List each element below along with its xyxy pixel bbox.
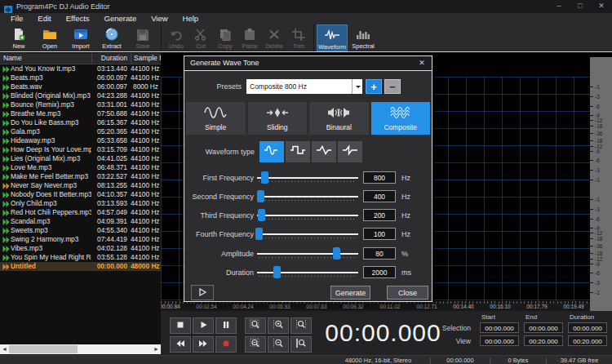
playlist-row[interactable]: Hideaway.mp3 05:33.658 44100 Hz: [0, 136, 161, 145]
playlist-horizontal-scrollbar[interactable]: ◄ ►: [0, 344, 161, 354]
playlist-row[interactable]: Red Hot Chili Peppers.mp3 04:57.049 4410…: [0, 208, 161, 217]
playlist-row[interactable]: Do You Like Bass.mp3 06:15.367 44100 Hz: [0, 118, 161, 127]
playlist-row[interactable]: Gala.mp3 05:20.365 44100 Hz: [0, 127, 161, 136]
minimize-button[interactable]: –: [548, 0, 570, 13]
third-frequency-slider[interactable]: [257, 206, 358, 224]
second-frequency-slider-handle[interactable]: [257, 190, 264, 202]
toolbar-extract-button[interactable]: Extract: [96, 24, 127, 51]
zoom-out-selection-button[interactable]: [290, 317, 312, 334]
close-button[interactable]: ✕: [591, 0, 612, 13]
amplitude-value-field[interactable]: 80: [363, 247, 396, 260]
third-frequency-value-field[interactable]: 200: [363, 209, 396, 221]
close-dialog-button[interactable]: Close: [387, 286, 428, 300]
tab-composite[interactable]: Composite: [371, 102, 431, 135]
remove-preset-button[interactable]: −: [384, 79, 401, 94]
maximize-button[interactable]: □: [570, 0, 591, 13]
tab-sliding[interactable]: Sliding: [248, 102, 308, 135]
toolbar-new-button[interactable]: New: [3, 24, 34, 51]
playlist-row[interactable]: Love Me.mp3 06:48.371 44100 Hz: [0, 163, 161, 172]
fast-forward-button[interactable]: [193, 336, 214, 353]
fourth-frequency-slider-handle[interactable]: [255, 228, 263, 240]
playlist-row[interactable]: Swing 2 Harmony.mp3 07:44.419 44100 Hz: [0, 235, 161, 244]
scroll-right-icon[interactable]: ►: [152, 344, 161, 354]
playlist-row[interactable]: Scandal.mp3 04:09.391 44100 Hz: [0, 217, 161, 226]
playlist-row[interactable]: And You Know It.mp3 03:13.440 44100 Hz: [0, 64, 161, 73]
playlist-row[interactable]: Only Child.mp3 03:13.593 44100 Hz: [0, 199, 161, 208]
playlist-row[interactable]: Untitled 00:00.000 48000 Hz: [0, 262, 161, 271]
playlist-row[interactable]: Never Say Never.mp3 08:13.255 44100 Hz: [0, 181, 161, 190]
play-button[interactable]: [193, 317, 214, 334]
selection-start-field[interactable]: 00:00.000: [480, 322, 519, 333]
stop-button[interactable]: [170, 317, 191, 334]
column-header-sample-rate[interactable]: Sample Rate: [131, 53, 161, 64]
playlist-row[interactable]: Lies (Original Mix).mp3 04:41.025 44100 …: [0, 154, 161, 163]
selection-duration-field[interactable]: 00:00.000: [568, 322, 607, 333]
playlist-row[interactable]: Breathe Me.mp3 07:50.688 44100 Hz: [0, 109, 161, 118]
playlist-row[interactable]: Make Me Feel Better.mp3 03:22.527 44100 …: [0, 172, 161, 181]
third-frequency-slider-handle[interactable]: [258, 209, 265, 221]
rewind-button[interactable]: [170, 336, 191, 353]
scroll-left-icon[interactable]: ◄: [0, 344, 9, 354]
toolbar-import-button[interactable]: Import: [65, 24, 96, 51]
duration-value-field[interactable]: 2000: [363, 266, 396, 278]
zoom-out-button[interactable]: [268, 336, 289, 353]
waveform-type-triangle-button[interactable]: [312, 141, 336, 162]
toolbar-open-button[interactable]: Open: [34, 24, 65, 51]
amplitude-slider-handle[interactable]: [333, 247, 340, 260]
add-preset-button[interactable]: +: [366, 79, 382, 94]
record-button[interactable]: [215, 336, 237, 353]
first-frequency-slider[interactable]: [257, 169, 358, 187]
view-start-field[interactable]: 00:00.000: [480, 335, 519, 346]
second-frequency-value-field[interactable]: 400: [363, 190, 396, 202]
column-header-name[interactable]: Name: [0, 53, 91, 64]
menu-edit[interactable]: Edit: [30, 13, 58, 24]
first-frequency-value-field[interactable]: 800: [363, 171, 396, 184]
waveform-type-square-button[interactable]: [286, 141, 310, 162]
playlist-row[interactable]: Blinded (Original Mix).mp3 04:23.288 441…: [0, 91, 161, 100]
selection-end-field[interactable]: 00:00.000: [524, 322, 563, 333]
menu-view[interactable]: View: [144, 13, 175, 24]
view-duration-field[interactable]: 00:20.000: [568, 335, 607, 346]
generate-button[interactable]: Generate: [330, 286, 370, 300]
view-end-field[interactable]: 00:20.000: [524, 335, 563, 346]
second-frequency-slider[interactable]: [257, 188, 358, 206]
toolbar-waveform-button[interactable]: Waveform: [317, 24, 348, 51]
waveform-type-sine-button[interactable]: [259, 141, 284, 162]
scrollbar-thumb[interactable]: [9, 345, 78, 353]
preset-select[interactable]: Composite 800 Hz: [246, 79, 362, 94]
playlist-row[interactable]: Sweets.mp3 04:55.340 44100 Hz: [0, 226, 161, 235]
preview-play-button[interactable]: [191, 285, 214, 300]
menu-generate[interactable]: Generate: [97, 13, 144, 24]
waveform-type-sawtooth-button[interactable]: [338, 141, 362, 162]
column-header-duration[interactable]: Duration: [91, 53, 131, 64]
playlist-row[interactable]: How Deep Is Your Love.mp3 03:15.709 4410…: [0, 145, 161, 154]
playlist-row[interactable]: Nobody Does It Better.mp3 04:10.357 4410…: [0, 190, 161, 199]
tab-simple[interactable]: Simple: [186, 102, 246, 135]
dropdown-arrow-icon[interactable]: [352, 79, 362, 94]
zoom-vertical-button[interactable]: [290, 336, 312, 353]
playlist-row[interactable]: You Spin My Head Right Round... 03:55.12…: [0, 253, 161, 262]
menu-help[interactable]: Help: [175, 13, 206, 24]
time-ruler[interactable]: 00:00.8400:02.5400:04.2400:05.9300:07.63…: [161, 301, 590, 311]
zoom-selection-button[interactable]: [245, 317, 266, 334]
zoom-in-button[interactable]: [268, 317, 289, 334]
playlist-row[interactable]: Bounce (Remix).mp3 03:31.001 44100 Hz: [0, 100, 161, 109]
playlist-row[interactable]: Beats.wav 06:00.097 8000 Hz: [0, 82, 161, 91]
tab-binaural[interactable]: Binaural: [309, 102, 369, 135]
first-frequency-slider-handle[interactable]: [261, 171, 268, 184]
playlist-row[interactable]: Vibes.mp3 04:02.128 44100 Hz: [0, 244, 161, 253]
ruler-time-label: 00:11.02: [380, 304, 401, 309]
menu-file[interactable]: File: [3, 13, 30, 24]
status-item: 00:00.000: [432, 356, 488, 364]
amplitude-slider[interactable]: [257, 245, 358, 263]
pause-button[interactable]: [215, 317, 237, 334]
duration-slider[interactable]: [257, 264, 358, 282]
fourth-frequency-slider[interactable]: [257, 225, 358, 243]
duration-slider-handle[interactable]: [273, 266, 281, 278]
dialog-close-icon[interactable]: ✕: [415, 56, 428, 69]
fourth-frequency-value-field[interactable]: 100: [363, 228, 396, 240]
zoom-horizontal-button[interactable]: [245, 336, 266, 353]
playlist-row[interactable]: Beats.mp3 06:00.097 44100 Hz: [0, 73, 161, 82]
toolbar-spectral-button[interactable]: Spectral: [348, 24, 379, 51]
menu-effects[interactable]: Effects: [59, 13, 97, 24]
